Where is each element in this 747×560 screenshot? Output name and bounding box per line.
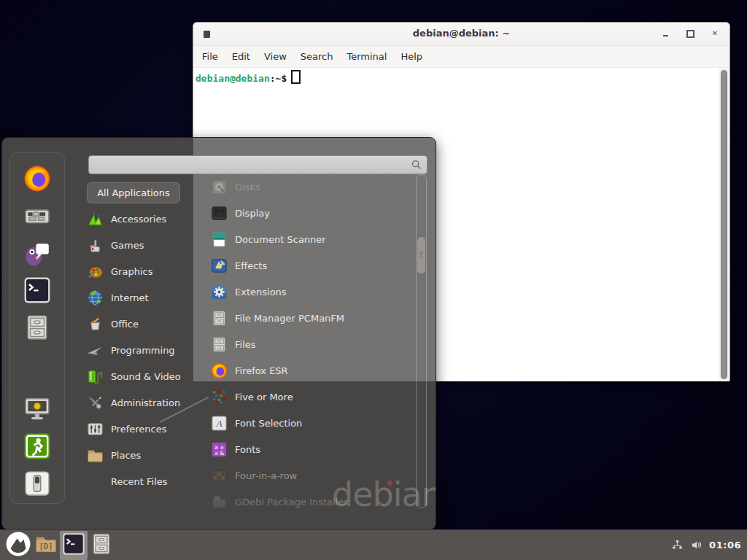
item-label: Games bbox=[111, 240, 144, 251]
favorite-pidgin-button[interactable] bbox=[23, 239, 51, 267]
terminal-cursor bbox=[291, 70, 301, 84]
four-in-a-row-icon bbox=[211, 467, 228, 484]
menu-scrollbar[interactable] bbox=[416, 174, 427, 508]
menu-scrollbar-thumb[interactable] bbox=[417, 237, 425, 273]
favorite-file-manager-button[interactable] bbox=[23, 314, 51, 341]
item-label: Display bbox=[235, 208, 270, 219]
app-fonts[interactable]: aaa&Fonts bbox=[211, 436, 414, 462]
app-firefox-esr[interactable]: Firefox ESR bbox=[211, 357, 414, 384]
menu-button[interactable] bbox=[4, 531, 32, 560]
item-label: Internet bbox=[111, 292, 149, 303]
terminal-titlebar[interactable]: debian@debian: ~ ✕ bbox=[193, 23, 729, 46]
menubar-item-search[interactable]: Search bbox=[301, 51, 333, 62]
taskbar: [D] 01:06 bbox=[0, 529, 747, 560]
menubar-item-file[interactable]: File bbox=[202, 51, 218, 62]
svg-text:A: A bbox=[215, 418, 222, 429]
menubar-item-edit[interactable]: Edit bbox=[232, 51, 250, 62]
app-files[interactable]: Files bbox=[211, 331, 414, 357]
favorite-terminal-button[interactable] bbox=[23, 276, 51, 304]
category-recent-files[interactable]: Recent Files bbox=[87, 468, 200, 494]
menubar-item-view[interactable]: View bbox=[264, 51, 287, 62]
taskbar-launchers: [D] bbox=[0, 530, 115, 560]
menubar-item-help[interactable]: Help bbox=[400, 51, 422, 62]
firefox-icon bbox=[211, 362, 228, 379]
item-label: Disks bbox=[235, 182, 260, 192]
favorite-logout-button[interactable] bbox=[23, 432, 51, 460]
category-graphics[interactable]: Graphics bbox=[87, 258, 200, 284]
volume-icon[interactable] bbox=[690, 539, 703, 551]
font-selection-icon: A bbox=[211, 415, 228, 432]
file-cabinet-icon bbox=[90, 532, 113, 559]
firefox-icon bbox=[23, 182, 51, 195]
app-five-or-more[interactable]: Five or More bbox=[211, 384, 414, 410]
item-label: Recent Files bbox=[111, 476, 168, 487]
close-button[interactable]: ✕ bbox=[708, 26, 722, 41]
file-cabinet-icon bbox=[211, 336, 228, 353]
favorites-column bbox=[9, 152, 65, 504]
file-manager-task-button[interactable] bbox=[88, 531, 115, 560]
blank-icon bbox=[87, 473, 104, 490]
terminal-menubar: FileEditViewSearchTerminalHelp bbox=[193, 46, 729, 68]
app-file-manager-pcmanfm[interactable]: File Manager PCManFM bbox=[211, 305, 414, 331]
category-games[interactable]: Games bbox=[87, 232, 200, 258]
internet-icon bbox=[87, 289, 104, 306]
clock[interactable]: 01:06 bbox=[709, 540, 741, 551]
desktop-folder-button[interactable]: [D] bbox=[32, 531, 60, 560]
graphics-icon bbox=[87, 263, 104, 280]
menubar-item-terminal[interactable]: Terminal bbox=[347, 51, 387, 62]
minimize-button[interactable] bbox=[658, 26, 673, 41]
category-accessories[interactable]: Accessories bbox=[87, 206, 200, 232]
maximize-icon bbox=[686, 30, 694, 38]
maximize-button[interactable] bbox=[683, 26, 697, 41]
app-disks[interactable]: Disks bbox=[211, 174, 414, 200]
shutdown-icon bbox=[23, 486, 51, 500]
favorite-firefox-button[interactable] bbox=[23, 165, 51, 192]
item-label: Extensions bbox=[235, 287, 287, 298]
terminal-task-button[interactable] bbox=[60, 531, 88, 560]
item-label: Sound & Video bbox=[111, 371, 181, 382]
app-display[interactable]: Display bbox=[211, 200, 414, 226]
favorite-keyboard-button[interactable] bbox=[23, 202, 51, 230]
item-label: Firefox ESR bbox=[235, 365, 288, 376]
favorite-lock-screen-button[interactable] bbox=[23, 395, 51, 423]
preferences-icon bbox=[87, 421, 104, 438]
terminal-scrollbar[interactable] bbox=[719, 69, 729, 381]
category-administration[interactable]: Administration bbox=[87, 389, 200, 416]
effects-icon bbox=[211, 257, 228, 274]
search-input[interactable] bbox=[88, 155, 427, 174]
file-cabinet-icon bbox=[211, 310, 228, 327]
terminal-title: debian@debian: ~ bbox=[193, 28, 729, 39]
places-icon bbox=[87, 447, 104, 464]
app-gdebi-package-installer[interactable]: GDebi Package Installer bbox=[211, 489, 414, 515]
fonts-icon: aaa& bbox=[211, 441, 228, 458]
app-font-selection[interactable]: AFont Selection bbox=[211, 410, 414, 436]
programming-icon bbox=[87, 342, 104, 359]
item-label: Preferences bbox=[111, 424, 166, 435]
svg-text:[D]: [D] bbox=[39, 541, 53, 551]
all-applications-button[interactable]: All Applications bbox=[87, 182, 180, 203]
category-places[interactable]: Places bbox=[87, 442, 200, 468]
item-label: Effects bbox=[235, 260, 267, 271]
app-four-in-a-row[interactable]: Four-in-a-row bbox=[211, 462, 414, 489]
category-internet[interactable]: Internet bbox=[87, 284, 200, 311]
category-office[interactable]: Office bbox=[87, 311, 200, 337]
favorite-shutdown-button[interactable] bbox=[23, 470, 51, 497]
app-effects[interactable]: Effects bbox=[211, 252, 414, 279]
display-icon bbox=[211, 205, 228, 222]
terminal-scrollbar-thumb[interactable] bbox=[721, 70, 727, 379]
network-icon[interactable] bbox=[671, 539, 684, 551]
category-preferences[interactable]: Preferences bbox=[87, 416, 200, 442]
extensions-icon bbox=[211, 284, 228, 300]
app-document-scanner[interactable]: Document Scanner bbox=[211, 226, 414, 252]
category-sound-video[interactable]: Sound & Video bbox=[87, 363, 200, 389]
category-programming[interactable]: Programming bbox=[87, 337, 200, 363]
terminal-icon bbox=[62, 532, 85, 559]
pidgin-icon bbox=[23, 256, 51, 270]
item-label: Fonts bbox=[235, 444, 260, 455]
search-icon bbox=[411, 159, 422, 171]
item-label: File Manager PCManFM bbox=[235, 313, 344, 324]
svg-text:&: & bbox=[220, 450, 224, 456]
app-extensions[interactable]: Extensions bbox=[211, 279, 414, 305]
item-label: Places bbox=[111, 450, 141, 461]
item-label: Graphics bbox=[111, 266, 152, 277]
